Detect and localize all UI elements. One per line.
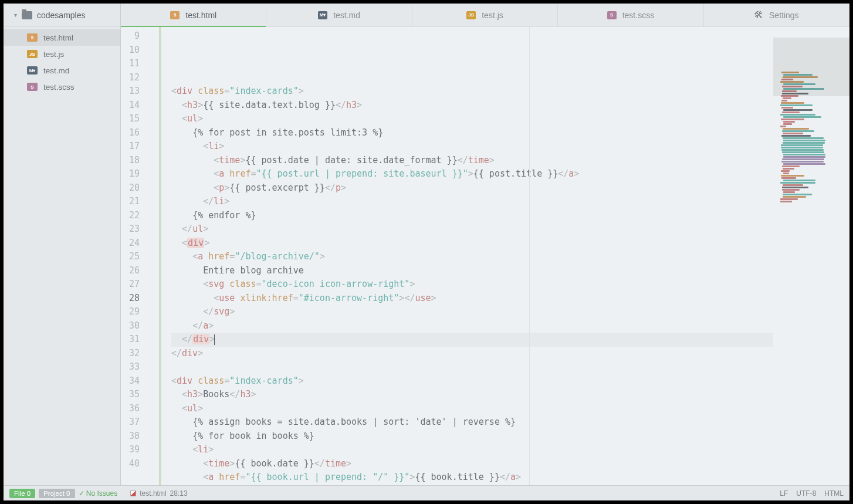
tab-settings[interactable]: 🛠Settings [704,4,849,26]
tab-test-js[interactable]: JStest.js [412,4,558,26]
minimap-line [783,123,792,125]
line-number[interactable]: 20 [121,181,140,195]
js-file-icon: JS [27,50,38,58]
code-line[interactable]: <p>{{ book.description }}</p> [171,485,773,486]
minimap-line [783,97,791,99]
code-line[interactable]: <h3>{{ site.data.text.blog }}</h3> [171,99,773,113]
code-content[interactable]: <div class="index-cards"> <h3>{{ site.da… [170,27,773,485]
code-line[interactable] [171,71,773,85]
status-filename[interactable]: test.html [140,489,166,498]
tree-item-test-md[interactable]: M▾test.md [4,62,120,79]
line-number[interactable]: 27 [121,278,140,292]
line-number[interactable]: 24 [121,236,140,251]
code-line[interactable]: <a href="{{ post.url | prepend: site.bas… [171,167,773,181]
code-line[interactable]: {% for book in books %} [171,429,773,444]
line-number[interactable]: 28 [121,292,140,306]
code-line[interactable]: <div> [171,236,773,251]
line-number[interactable]: 15 [121,112,140,126]
code-line[interactable]: </div> [171,347,773,361]
line-number[interactable]: 16 [121,126,140,140]
line-number[interactable]: 40 [121,457,140,471]
line-number[interactable]: 22 [121,209,140,223]
code-line[interactable]: <time>{{ book.date }}</time> [171,457,773,471]
line-number[interactable]: 21 [121,195,140,209]
line-number[interactable]: 9 [121,29,140,43]
tab-bar: 5test.htmlM▾test.mdJStest.jsStest.scss🛠S… [121,4,849,27]
code-line[interactable]: <svg class="deco-icon icon-arrow-right"> [171,278,773,292]
code-line[interactable]: {% assign books = site.data.books | sort… [171,415,773,429]
line-number[interactable]: 18 [121,154,140,168]
code-line[interactable]: {% for post in site.posts limit:3 %} [171,126,773,140]
code-line[interactable]: <li> [171,443,773,457]
line-number[interactable]: 36 [121,402,140,416]
tab-test-scss[interactable]: Stest.scss [558,4,703,26]
chevron-down-icon: ▾ [14,12,17,18]
code-line[interactable]: <ul> [171,402,773,416]
html-file-icon: 5 [170,11,180,19]
line-number[interactable]: 19 [121,167,140,181]
code-line[interactable]: <use xlink:href="#icon-arrow-right"></us… [171,292,773,306]
line-number[interactable]: 30 [121,319,140,333]
minimap[interactable] [773,27,849,485]
line-number[interactable]: 26 [121,264,140,278]
code-line[interactable]: <a href="{{ book.url | prepend: "/" }}">… [171,471,773,485]
line-number[interactable]: 34 [121,374,140,388]
code-line[interactable]: <ul> [171,112,773,126]
status-cursor-pos[interactable]: 28:13 [170,489,188,498]
line-number[interactable]: 37 [121,415,140,429]
code-line[interactable]: <a href="/blog-archive/"> [171,250,773,264]
tree-item-test-scss[interactable]: Stest.scss [4,79,120,95]
line-number[interactable]: 10 [121,43,140,57]
code-line[interactable]: <p>{{ post.excerpt }}</p> [171,181,773,195]
code-line[interactable]: Entire blog archive [171,264,773,278]
code-line[interactable]: <li> [171,140,773,154]
line-number[interactable]: 38 [121,429,140,444]
status-project-badge[interactable]: Project 0 [39,489,75,498]
minimap-line [783,121,795,123]
main-area: 5test.htmlM▾test.mdJStest.jsStest.scss🛠S… [121,4,849,485]
code-line[interactable]: </svg> [171,305,773,319]
code-line[interactable] [171,360,773,374]
line-number[interactable]: 17 [121,140,140,154]
line-number[interactable]: 13 [121,84,140,99]
status-issues[interactable]: ✓ No Issues [79,489,118,498]
code-line[interactable]: <div class="index-cards"> [171,374,773,388]
status-encoding[interactable]: UTF-8 [796,489,816,498]
status-line-ending[interactable]: LF [780,489,788,498]
line-number[interactable]: 35 [121,388,140,402]
html-file-icon: 5 [27,33,38,42]
tab-test-html[interactable]: 5test.html [121,4,266,26]
minimap-line [783,194,812,195]
status-right: LF UTF-8 HTML [780,489,844,498]
line-number[interactable]: 11 [121,57,140,71]
code-line[interactable]: <h3>Books</h3> [171,388,773,402]
line-number[interactable]: 23 [121,222,140,236]
line-number[interactable]: 14 [121,99,140,113]
line-number[interactable]: 32 [121,347,140,361]
line-number[interactable]: 29 [121,305,140,319]
minimap-viewport[interactable] [773,38,849,96]
line-number[interactable]: 12 [121,71,140,85]
git-status-icon[interactable] [130,491,136,496]
minimap-line [781,100,787,102]
code-line[interactable]: </div> [171,333,773,347]
code-editor[interactable]: 9101112131415161718192021222324252627282… [121,27,849,485]
minimap-line [783,142,825,144]
code-line[interactable]: </li> [171,195,773,209]
line-number[interactable]: 25 [121,250,140,264]
status-file-badge[interactable]: File 0 [9,489,35,498]
code-line[interactable]: </a> [171,319,773,333]
line-number[interactable]: 33 [121,360,140,374]
status-language[interactable]: HTML [824,489,844,498]
line-number[interactable]: 39 [121,443,140,457]
code-line[interactable]: </ul> [171,222,773,236]
tree-item-test-js[interactable]: JStest.js [4,46,120,62]
tab-test-md[interactable]: M▾test.md [266,4,412,26]
code-line[interactable]: <time>{{ post.date | date: site.date_for… [171,154,773,168]
code-line[interactable]: {% endfor %} [171,209,773,223]
minimap-line [783,168,794,170]
line-number[interactable]: 31 [121,333,140,347]
code-line[interactable]: <div class="index-cards"> [171,84,773,99]
tree-root[interactable]: ▾ codesamples [4,4,120,27]
tree-item-test-html[interactable]: 5test.html [4,29,120,46]
